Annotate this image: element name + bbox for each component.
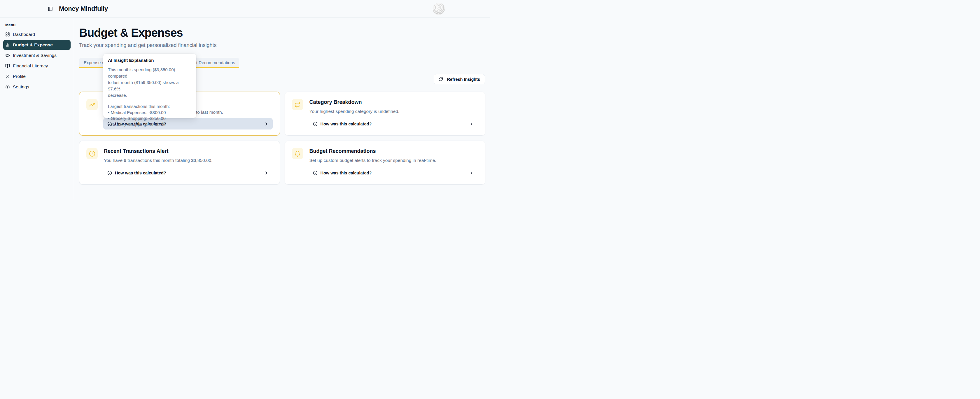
card-budget-recommendations: Budget Recommendations Set up custom bud… bbox=[285, 141, 485, 184]
card-description: Set up custom budget alerts to track you… bbox=[309, 158, 436, 163]
dashboard-icon bbox=[5, 32, 10, 37]
bar-chart-icon bbox=[5, 43, 10, 47]
chevron-right-icon bbox=[264, 171, 269, 175]
popover-spacer bbox=[108, 99, 192, 103]
sidebar-item-label: Investment & Savings bbox=[13, 53, 57, 58]
info-icon bbox=[313, 171, 318, 175]
how-calculated-row[interactable]: How was this calculated? bbox=[309, 118, 478, 129]
card-title: Budget Recommendations bbox=[309, 148, 376, 154]
sidebar: Menu Dashboard Budget & Expense Investme… bbox=[0, 18, 74, 199]
sidebar-toggle-button[interactable] bbox=[48, 6, 53, 11]
refresh-icon bbox=[439, 77, 443, 81]
ai-insight-popover: AI Insight Explanation This month's spen… bbox=[103, 54, 196, 118]
chevron-right-icon bbox=[264, 122, 269, 126]
info-icon bbox=[313, 122, 318, 126]
popover-list-item: • Grocery Shopping: -$250.00 bbox=[108, 122, 192, 128]
how-calculated-label: How was this calculated? bbox=[321, 171, 372, 175]
gear-icon bbox=[5, 84, 10, 89]
popover-paragraph-line: This month's spending ($3,850.00) compar… bbox=[108, 67, 192, 79]
sidebar-item-label: Settings bbox=[13, 84, 29, 89]
alert-circle-icon bbox=[86, 148, 98, 159]
trending-up-icon bbox=[86, 99, 98, 110]
piggy-bank-icon bbox=[5, 53, 10, 58]
card-description: Your highest spending category is undefi… bbox=[309, 109, 399, 114]
sidebar-item-investment-savings[interactable]: Investment & Savings bbox=[3, 51, 71, 60]
sidebar-item-label: Financial Literacy bbox=[13, 63, 48, 68]
sidebar-section-label: Menu bbox=[5, 23, 71, 27]
book-open-icon bbox=[5, 64, 10, 68]
repeat-icon bbox=[292, 99, 303, 110]
sidebar-item-financial-literacy[interactable]: Financial Literacy bbox=[3, 61, 71, 71]
card-description-fragment: to last month. bbox=[196, 110, 223, 115]
sidebar-item-settings[interactable]: Settings bbox=[3, 82, 71, 92]
popover-paragraph-line: decrease. bbox=[108, 92, 192, 99]
how-calculated-row[interactable]: How was this calculated? bbox=[103, 167, 273, 178]
app-header: Money Mindfully bbox=[0, 0, 490, 18]
popover-list-intro: Largest transactions this month: bbox=[108, 103, 192, 110]
user-icon bbox=[5, 74, 10, 79]
how-calculated-row[interactable]: How was this calculated? bbox=[309, 167, 478, 178]
sidebar-item-label: Profile bbox=[13, 74, 25, 79]
sidebar-item-label: Budget & Expense bbox=[13, 42, 53, 48]
card-description: You have 9 transactions this month total… bbox=[104, 158, 213, 163]
page-title: Budget & Expenses bbox=[79, 26, 485, 39]
avatar[interactable] bbox=[433, 3, 445, 15]
sidebar-item-dashboard[interactable]: Dashboard bbox=[3, 29, 71, 40]
popover-list-item: • Medical Expenses: -$300.00 bbox=[108, 110, 192, 116]
how-calculated-label: How was this calculated? bbox=[115, 171, 166, 175]
panel-left-icon bbox=[48, 6, 53, 11]
refresh-insights-button[interactable]: Refresh Insights bbox=[434, 74, 485, 84]
popover-paragraph-line: to last month ($159,350.00) shows a 97.6… bbox=[108, 79, 192, 92]
info-icon bbox=[107, 171, 112, 175]
sidebar-nav: Dashboard Budget & Expense Investment & … bbox=[3, 29, 71, 92]
chevron-right-icon bbox=[469, 171, 474, 175]
page-subtitle: Track your spending and get personalized… bbox=[79, 42, 485, 49]
chevron-right-icon bbox=[469, 122, 474, 126]
card-category-breakdown: Category Breakdown Your highest spending… bbox=[285, 92, 485, 136]
sidebar-item-label: Dashboard bbox=[13, 32, 35, 37]
app-title: Money Mindfully bbox=[59, 5, 108, 13]
sidebar-item-profile[interactable]: Profile bbox=[3, 72, 71, 81]
card-title: Recent Transactions Alert bbox=[104, 148, 168, 154]
popover-title: AI Insight Explanation bbox=[108, 58, 192, 63]
card-title: Category Breakdown bbox=[309, 99, 362, 105]
bell-icon bbox=[292, 148, 303, 159]
sidebar-item-budget-expense[interactable]: Budget & Expense bbox=[3, 40, 71, 50]
popover-list-item: • Grocery Shopping: -$250.00 bbox=[108, 116, 192, 122]
how-calculated-label: How was this calculated? bbox=[321, 122, 372, 126]
refresh-insights-label: Refresh Insights bbox=[447, 77, 480, 82]
card-recent-transactions-alert: Recent Transactions Alert You have 9 tra… bbox=[79, 141, 280, 184]
